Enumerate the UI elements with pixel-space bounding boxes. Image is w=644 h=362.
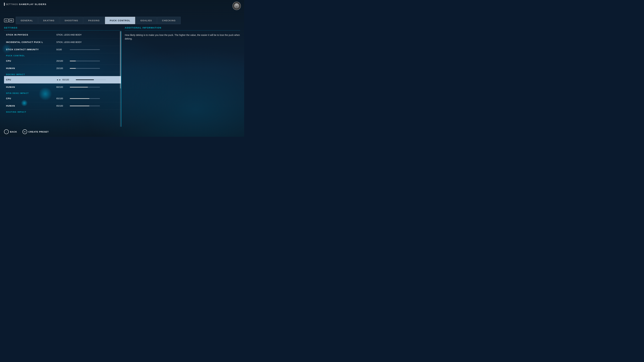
slider-fill — [70, 68, 76, 69]
slider-puck-control-human[interactable] — [70, 68, 119, 69]
additional-info-text: How likely deking is to make you lose th… — [125, 33, 240, 41]
subsection-puck-control: PUCK CONTROL — [4, 53, 121, 57]
left-panel: SETTINGS STICK IN PHYSICS STICK, LEGS AN… — [4, 26, 122, 127]
header: SETTINGS GAMEPLAY SLIDERS — [4, 3, 46, 6]
setting-row-incidental-contact[interactable]: INCIDENTAL CONTACT PUCK L STICK, LEGS AN… — [4, 38, 121, 46]
arrows-control[interactable]: ◄ ► — [56, 79, 61, 81]
subsection-spin-deke-impact: SPIN DEKE IMPACT — [4, 91, 121, 95]
slider-deking-human[interactable] — [70, 87, 119, 87]
subsection-deking-impact: DEKING IMPACT — [4, 72, 121, 76]
slider-track — [70, 98, 100, 99]
setting-name-spin-deke-human: HUMAN — [6, 105, 56, 107]
back-icon: ○ — [4, 129, 9, 134]
setting-value-stick-in-physics: STICK, LEGS AND BODY — [56, 33, 93, 36]
setting-row-spin-deke-human[interactable]: HUMAN 65/100 — [4, 102, 121, 110]
slider-deking-cpu[interactable] — [76, 79, 119, 80]
setting-row-puck-control-human[interactable]: HUMAN 20/100 — [4, 65, 121, 72]
scroll-thumb — [120, 31, 121, 88]
tab-passing[interactable]: PASSING — [83, 17, 104, 24]
scroll-indicator — [120, 31, 121, 127]
slider-track — [70, 68, 100, 69]
l1-badge[interactable]: L1 — [4, 18, 9, 22]
setting-name-deking-cpu: CPU — [6, 78, 56, 81]
additional-info-header: ADDITIONAL INFORMATION — [125, 26, 240, 30]
slider-fill — [70, 61, 76, 61]
slider-track — [70, 49, 100, 50]
slider-fill — [70, 106, 90, 106]
logo — [232, 2, 241, 10]
setting-name-stick-contact-immunity: STICK CONTACT IMMUNITY — [6, 48, 56, 51]
create-preset-label: CREATE PRESET — [28, 131, 49, 133]
settings-section-header: SETTINGS — [4, 26, 122, 30]
back-label: BACK — [10, 131, 17, 133]
setting-name-incidental-contact: INCIDENTAL CONTACT PUCK L — [6, 41, 56, 43]
arrow-right[interactable]: ► — [59, 79, 61, 81]
slider-puck-control-cpu[interactable] — [70, 61, 119, 61]
slider-fill — [70, 98, 90, 99]
main-content: SETTINGS STICK IN PHYSICS STICK, LEGS AN… — [4, 26, 240, 127]
create-preset-icon: R3 — [22, 129, 27, 134]
setting-name-deking-human: HUMAN — [6, 86, 56, 88]
slider-spin-deke-cpu[interactable] — [70, 98, 119, 99]
setting-value-puck-control-cpu: 20/100 — [56, 60, 70, 62]
back-button[interactable]: ○ BACK — [4, 129, 17, 134]
header-bar — [4, 3, 5, 6]
header-settings-label: SETTINGS — [6, 3, 18, 5]
footer: ○ BACK R3 CREATE PRESET — [4, 129, 49, 134]
tab-buttons: GENERAL SKATING SHOOTING PASSING PUCK CO… — [16, 17, 240, 24]
settings-list: STICK IN PHYSICS STICK, LEGS AND BODY IN… — [4, 31, 122, 127]
tab-goalies[interactable]: GOALIES — [136, 17, 157, 24]
header-title: GAMEPLAY SLIDERS — [19, 3, 46, 5]
setting-row-deking-human[interactable]: HUMAN 60/100 — [4, 83, 121, 91]
tab-navigation: L1 R1 GENERAL SKATING SHOOTING PASSING P… — [4, 17, 240, 24]
setting-value-incidental-contact: STICK, LEGS AND BODY — [56, 41, 93, 43]
setting-value-stick-contact-immunity: 0/100 — [56, 48, 70, 51]
setting-name-spin-deke-cpu: CPU — [6, 97, 56, 100]
tab-shooting[interactable]: SHOOTING — [60, 17, 83, 24]
setting-row-stick-in-physics[interactable]: STICK IN PHYSICS STICK, LEGS AND BODY — [4, 31, 121, 38]
setting-row-spin-deke-cpu[interactable]: CPU 65/100 — [4, 95, 121, 102]
tab-general[interactable]: GENERAL — [16, 17, 38, 24]
right-panel: ADDITIONAL INFORMATION How likely deking… — [125, 26, 240, 127]
slider-track — [70, 106, 100, 106]
setting-value-deking-cpu: 60/100 — [62, 78, 76, 81]
slider-track — [76, 79, 106, 80]
setting-name-puck-control-cpu: CPU — [6, 60, 56, 62]
setting-row-puck-control-cpu[interactable]: CPU 20/100 — [4, 57, 121, 65]
settings-section-title: SETTINGS — [4, 26, 18, 29]
subsection-skating-impact: SKATING IMPACT — [4, 110, 121, 114]
slider-spin-deke-human[interactable] — [70, 106, 119, 106]
setting-value-puck-control-human: 20/100 — [56, 67, 70, 69]
tab-checking[interactable]: CHECKING — [157, 17, 180, 24]
r1-badge[interactable]: R1 — [9, 18, 14, 22]
setting-name-stick-in-physics: STICK IN PHYSICS — [6, 33, 56, 36]
tab-skating[interactable]: SKATING — [38, 17, 59, 24]
logo-inner — [234, 3, 239, 8]
controller-badge: L1 R1 — [4, 18, 14, 22]
slider-track — [70, 87, 100, 87]
create-preset-button[interactable]: R3 CREATE PRESET — [22, 129, 49, 134]
arrow-left[interactable]: ◄ — [56, 79, 58, 81]
setting-row-deking-cpu[interactable]: CPU ◄ ► 60/100 — [4, 76, 121, 83]
setting-value-spin-deke-cpu: 65/100 — [56, 97, 70, 100]
slider-stick-contact-immunity[interactable] — [70, 49, 119, 50]
slider-track — [70, 61, 100, 61]
setting-value-deking-human: 60/100 — [56, 86, 70, 88]
slider-fill-active — [76, 79, 94, 80]
slider-fill — [70, 87, 88, 87]
setting-row-stick-contact-immunity[interactable]: STICK CONTACT IMMUNITY 0/100 — [4, 46, 121, 53]
setting-value-spin-deke-human: 65/100 — [56, 105, 70, 107]
additional-info-title: ADDITIONAL INFORMATION — [125, 26, 161, 29]
setting-name-puck-control-human: HUMAN — [6, 67, 56, 69]
tab-puck-control[interactable]: PUCK CONTROL — [105, 17, 135, 24]
